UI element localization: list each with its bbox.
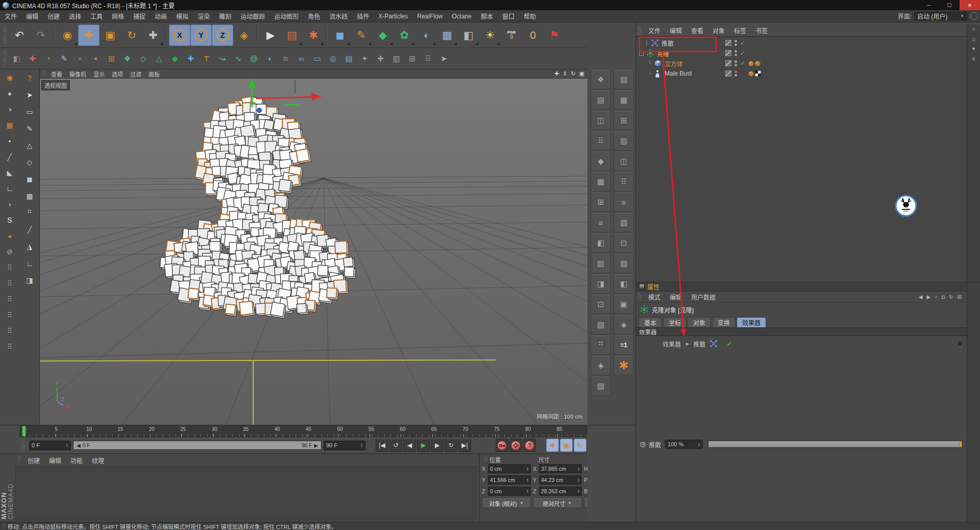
enabled-check-icon[interactable]: ✓ [740, 50, 745, 57]
menu-item[interactable]: 模拟 [176, 12, 188, 20]
modeling-tool-icon[interactable]: ❖ [119, 51, 135, 67]
layer-square-icon[interactable] [725, 70, 731, 77]
key-rotation-button[interactable]: ↻ [574, 439, 586, 452]
modeling-tool-icon[interactable]: ✦ [357, 51, 373, 67]
render-flag-button[interactable]: ⚑ [544, 25, 565, 46]
record-dot-icon[interactable] [640, 442, 646, 447]
menu-item[interactable]: 文件 [5, 12, 17, 20]
palette-icon[interactable]: ▤ [591, 90, 611, 110]
modeling-tool-icon[interactable]: ◆ [167, 51, 183, 67]
modeling-tool-icon[interactable]: ➤ [436, 51, 452, 67]
palette-icon[interactable]: ⊡ [591, 295, 611, 314]
slider-handle[interactable] [959, 442, 962, 447]
palette-icon[interactable]: ▤ [614, 70, 634, 89]
tweak-mode-button[interactable]: ◖ [2, 197, 17, 211]
attribute-grip[interactable] [638, 293, 642, 301]
palette-icon[interactable]: ◫ [614, 152, 634, 171]
ball-tag-icon[interactable] [755, 61, 761, 66]
minimize-button[interactable]: ─ [919, 0, 939, 10]
palette-icon[interactable]: ▦ [591, 172, 611, 191]
palette-icon[interactable]: ▧ [591, 315, 611, 334]
modeling-tool-icon[interactable]: ◇ [135, 51, 151, 67]
goto-start-button[interactable]: |◀ [376, 439, 388, 452]
modeling-tool-icon[interactable]: ∞ [293, 51, 309, 67]
modeling-tool-icon[interactable]: ↝ [214, 51, 230, 67]
pin-icon[interactable]: ▾ [972, 45, 975, 52]
edges-mode-button[interactable]: ╱ [2, 149, 17, 164]
palette-icon[interactable]: ◨ [591, 274, 611, 294]
modeling-tool-icon[interactable]: △ [151, 51, 167, 67]
palette-grid-button[interactable]: ⠿ [2, 339, 17, 354]
modeling-tool-icon[interactable]: ✎ [56, 51, 72, 67]
modeling-tool-icon[interactable]: ✚ [373, 51, 388, 67]
modeling-tool-icon[interactable]: ≋ [278, 51, 293, 67]
layer-square-icon[interactable] [725, 50, 731, 56]
forward-arrow-icon[interactable]: ▶ [926, 294, 930, 300]
modeling-tool-icon[interactable]: ⊞ [104, 51, 119, 67]
palette-icon[interactable]: ▨ [614, 254, 634, 273]
visibility-dots[interactable] [734, 40, 737, 46]
modeling-tool-icon[interactable]: ▭ [309, 51, 325, 67]
attribute-object-row[interactable]: 克隆对象 [克隆] [636, 303, 967, 316]
palette-grid-button[interactable]: ⠿ [2, 307, 17, 322]
scale-tool[interactable]: ▣ [100, 25, 121, 46]
texture-mode-button[interactable]: ◑ [2, 102, 17, 116]
modeling-tool-icon[interactable]: ◧ [9, 51, 24, 67]
environment-menu-button[interactable]: ▦ [436, 25, 458, 46]
object-row[interactable]: └立方体✓ [636, 58, 967, 68]
palette-icon[interactable]: ▥ [591, 254, 611, 273]
object-row[interactable]: ├推散✓ [636, 38, 967, 48]
toolbar-grip[interactable] [3, 50, 7, 67]
menu-item[interactable]: 渲染 [198, 12, 210, 20]
panel-divider[interactable] [635, 22, 636, 522]
modeling-tool-icon[interactable]: ▫ [72, 51, 88, 67]
model-mode-button[interactable]: ● [2, 86, 17, 101]
home-icon[interactable]: ⌂ [972, 36, 975, 42]
record-keyframe-button[interactable] [496, 439, 508, 452]
move-tool[interactable]: ✚ [78, 25, 100, 46]
menu-item[interactable]: 创建 [47, 12, 60, 20]
menu-item[interactable]: 查看 [51, 70, 62, 78]
stepper-icon[interactable]: ▲▼ [696, 442, 700, 446]
menu-item[interactable]: 角色 [308, 12, 320, 20]
deformer-menu-button[interactable]: ◖ [415, 25, 436, 46]
menu-item[interactable]: 捕捉 [133, 12, 145, 20]
panel-corner-icon[interactable] [957, 341, 964, 347]
menu-item[interactable]: 选项 [112, 70, 123, 78]
light-menu-button[interactable]: ☀ [479, 25, 501, 46]
rectangle-select-tool[interactable]: ▭ [21, 104, 38, 119]
modeling-tool-icon[interactable]: ✚ [183, 51, 199, 67]
checker-tag-icon[interactable] [755, 70, 761, 77]
generator-menu-button[interactable]: ◆ [372, 25, 394, 46]
search-icon[interactable]: ○ [972, 26, 975, 32]
snap-toggle-button[interactable]: S [2, 212, 17, 227]
redo-button[interactable]: ↷ [30, 25, 52, 46]
layout-icon[interactable] [970, 12, 978, 20]
refresh-icon[interactable]: ↻ [949, 294, 953, 300]
palette-icon[interactable]: ≡ [591, 213, 611, 232]
palette-icon[interactable]: ⠿ [591, 131, 611, 151]
menu-item[interactable]: 纹理 [92, 456, 104, 465]
frame-range-slider[interactable]: ◀ 0 F 90 F ▶ [73, 441, 322, 450]
freehand-select-tool[interactable]: ✎ [21, 121, 38, 136]
help-button[interactable]: ? [21, 70, 38, 86]
convert-tool[interactable]: ◇ [21, 154, 38, 170]
live-selection-tool[interactable]: ◉ [57, 25, 78, 46]
modeling-tool-icon[interactable]: ∿ [230, 51, 246, 67]
viewport-canvas[interactable] [40, 69, 587, 425]
tab-基本[interactable]: 基本 [639, 317, 662, 327]
mograph-menu-button[interactable]: ✿ [394, 25, 415, 46]
menu-item[interactable]: RealFlow [417, 13, 443, 20]
current-frame-marker[interactable] [22, 426, 26, 437]
ball-tag-icon[interactable] [748, 61, 754, 66]
object-row[interactable]: −克隆✓ [636, 48, 967, 58]
palette-icon[interactable]: ◆ [591, 152, 611, 171]
search-icon[interactable]: ○ [935, 294, 938, 300]
render-settings-button[interactable]: ✱ [303, 25, 324, 46]
palette-grid-button[interactable]: ⠿ [2, 323, 17, 338]
object-tags[interactable] [748, 61, 761, 66]
menu-item[interactable]: 选择 [69, 12, 81, 20]
viewport-grip[interactable] [42, 70, 45, 78]
palette-icon[interactable]: ⊡ [614, 233, 634, 253]
layer-square-icon[interactable] [725, 40, 731, 46]
